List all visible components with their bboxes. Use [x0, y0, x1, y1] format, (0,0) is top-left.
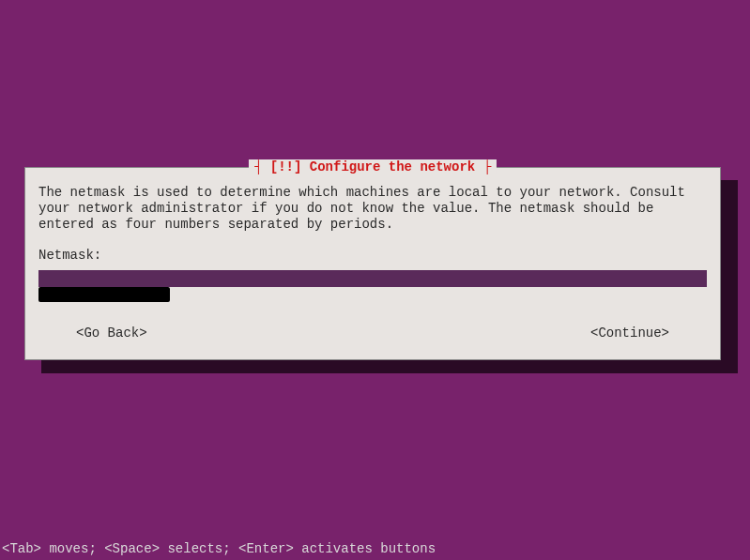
- configure-network-dialog: ┤ [!!] Configure the network ├ The netma…: [24, 167, 721, 360]
- dialog-description: The netmask is used to determine which m…: [38, 185, 707, 233]
- netmask-value-redacted: [38, 287, 170, 302]
- footer-help-text: <Tab> moves; <Space> selects; <Enter> ac…: [2, 541, 436, 556]
- netmask-input[interactable]: [38, 270, 707, 287]
- dialog-title-text: Configure the network: [310, 159, 475, 174]
- netmask-label: Netmask:: [38, 248, 707, 263]
- dialog-title-line-right: ├: [475, 159, 491, 174]
- go-back-button[interactable]: <Go Back>: [76, 325, 147, 341]
- button-row: <Go Back> <Continue>: [38, 325, 707, 341]
- dialog-content: The netmask is used to determine which m…: [25, 168, 720, 304]
- continue-button[interactable]: <Continue>: [590, 325, 669, 341]
- dialog-priority-marker: [!!]: [270, 159, 302, 174]
- dialog-title: ┤ [!!] Configure the network ├: [249, 159, 497, 174]
- dialog-title-line-left: ┤: [254, 159, 270, 174]
